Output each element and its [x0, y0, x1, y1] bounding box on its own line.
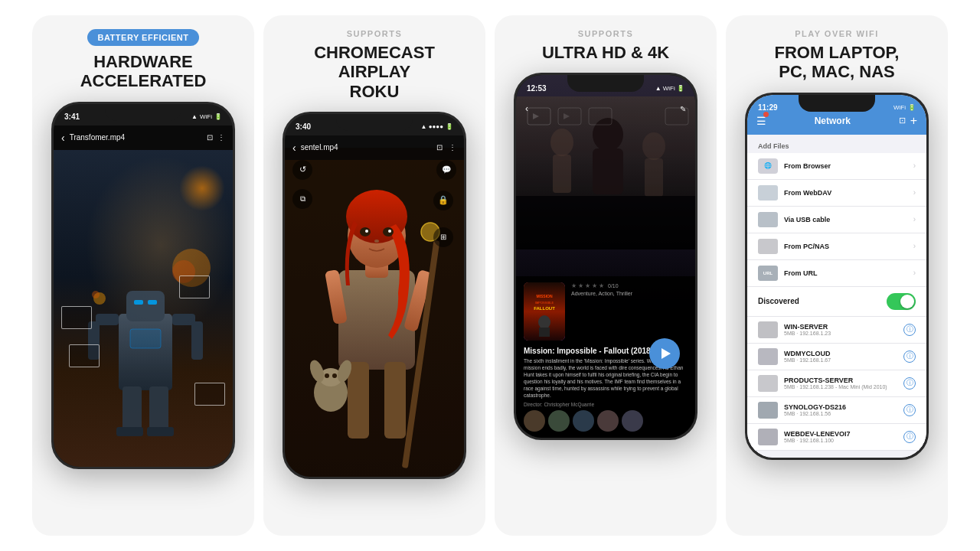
phone4-screen: 11:29 WiFi 🔋 ☰ Network ⊡ +	[747, 95, 926, 458]
movie-rating: ★ ★ ★ ★ ★ 0/10	[571, 282, 688, 289]
phone2-status-icons: ▲ ●●●● 🔋	[421, 123, 453, 130]
webdav-chevron: ›	[913, 188, 916, 197]
airplay-icon[interactable]: ⊡	[207, 133, 213, 142]
phone2-screen: 3:40 ▲ ●●●● 🔋 ‹ sentel.mp4 ⊡ ⋮ ↺	[285, 114, 464, 477]
airplay2-icon[interactable]: ⊡	[436, 143, 443, 152]
webdav-text: From WebDAV	[784, 189, 907, 197]
phone1-toolbar-icons: ⊡ ⋮	[207, 133, 225, 142]
webdev-info-btn[interactable]: ⓘ	[903, 431, 916, 443]
phone3-mockup: 12:53 ▲ WiFi 🔋 ‹ ✎	[514, 73, 697, 440]
svg-point-57	[538, 315, 550, 329]
svg-rect-31	[348, 362, 369, 439]
card1-title: HARDWAREACCELERATED	[80, 52, 207, 91]
phone3-screen: 12:53 ▲ WiFi 🔋 ‹ ✎	[516, 75, 695, 438]
more-icon[interactable]: ⋮	[217, 133, 225, 142]
movie-poster-row: MISSION IMPOSSIBLE FALLOUT ★	[524, 282, 688, 341]
card-network: PLAY OVER WIFI FROM LAPTOP, PC, MAC, NAS…	[726, 15, 948, 536]
movie-genre: Adventure, Action, Thriller	[571, 291, 688, 296]
wdmycloud-icon	[758, 348, 778, 365]
nas-chevron: ›	[913, 242, 916, 250]
synology-info-btn[interactable]: ⓘ	[903, 404, 916, 416]
svg-point-35	[325, 373, 329, 378]
synology-icon	[758, 402, 778, 419]
back2-icon[interactable]: ‹	[292, 142, 296, 154]
url-text: From URL	[784, 269, 907, 277]
server-webdev[interactable]: WEBDEV-LENEVOI7 5MB · 192.168.1.100 ⓘ	[747, 424, 926, 451]
phone3-status-icons: ▲ WiFi 🔋	[655, 85, 684, 92]
back3-icon[interactable]: ‹	[525, 103, 528, 114]
network-item-webdav[interactable]: From WebDAV ›	[747, 180, 926, 207]
lock-icon: 🔒	[438, 195, 449, 205]
phone1-toolbar: ‹ Transfomer.mp4 ⊡ ⋮	[54, 126, 233, 150]
uhd-toolbar: ‹ ✎	[516, 96, 695, 121]
svg-rect-52	[516, 196, 695, 249]
wdmycloud-info-btn[interactable]: ⓘ	[903, 350, 916, 363]
network-list: Add Files 🌐 From Browser › From WebDAV	[747, 135, 926, 458]
copy-icon: ⧉	[300, 194, 305, 204]
more2-icon[interactable]: ⋮	[449, 143, 456, 152]
phone1-notch	[105, 104, 181, 121]
browser-icon: 🌐	[758, 158, 778, 174]
undo-overlay[interactable]: ↺	[292, 160, 312, 180]
actor-row	[524, 410, 688, 432]
network-item-url[interactable]: URL From URL ›	[747, 260, 926, 287]
phone4-time: 11:29	[758, 103, 778, 112]
cards-container: BATTERY EFFICIENT HARDWAREACCELERATED	[17, 0, 963, 551]
pip-window-3[interactable]	[179, 276, 210, 298]
svg-point-24	[365, 230, 368, 233]
server-synology[interactable]: SYNOLOGY-DS216 5MB · 192.168.1.56 ⓘ	[747, 397, 926, 424]
crop-icon: ⊞	[440, 233, 446, 241]
phone1-screen: 3:41 ▲ WiFi 🔋 ‹ Transfomer.mp4 ⊡ ⋮	[54, 104, 233, 467]
network-item-nas[interactable]: From PC/NAS ›	[747, 233, 926, 260]
edit-icon[interactable]: ✎	[680, 105, 686, 113]
svg-rect-41	[593, 148, 623, 194]
server-wdmycloud[interactable]: WDMYCLOUD 5MB · 192.168.1.67 ⓘ	[747, 344, 926, 370]
copy-overlay[interactable]: ⧉	[292, 189, 312, 209]
svg-point-26	[374, 240, 379, 243]
win-info-btn[interactable]: ⓘ	[903, 324, 916, 336]
card4-supports: PLAY OVER WIFI	[775, 29, 900, 38]
toggle-knob	[900, 295, 914, 308]
card3-title: ULTRA HD & 4K	[542, 43, 669, 62]
win-server-info: WIN-SERVER 5MB · 192.168.1.23	[784, 323, 897, 336]
actor-3	[573, 410, 594, 432]
url-icon: URL	[758, 266, 778, 281]
synology-info: SYNOLOGY-DS216 5MB · 192.168.1.56	[784, 403, 897, 416]
pip-window-1[interactable]	[61, 306, 92, 329]
browser-text: From Browser	[784, 162, 907, 170]
products-info-btn[interactable]: ⓘ	[903, 377, 916, 390]
svg-point-23	[383, 227, 394, 236]
server-products[interactable]: PRODUCTS-SERVER 5MB · 192.168.1.238 - Ma…	[747, 370, 926, 397]
rating-value: 0/10	[608, 283, 619, 289]
server-win[interactable]: WIN-SERVER 5MB · 192.168.1.23 ⓘ	[747, 317, 926, 344]
svg-rect-45	[645, 158, 663, 197]
pip-window-2[interactable]	[69, 344, 100, 367]
svg-point-25	[388, 230, 391, 233]
crop-overlay[interactable]: ⊞	[433, 227, 453, 247]
lock-overlay[interactable]: 🔒	[433, 191, 453, 210]
battery-badge: BATTERY EFFICIENT	[87, 29, 200, 46]
browser-chevron: ›	[913, 161, 916, 170]
cast-icon[interactable]: ⊡	[899, 116, 906, 126]
svg-rect-58	[539, 328, 550, 337]
discovered-toggle[interactable]	[887, 293, 916, 310]
phone4-status-bar: 11:29 WiFi 🔋	[747, 95, 926, 116]
phone4-status-icons: WiFi 🔋	[893, 104, 916, 111]
svg-rect-43	[553, 155, 571, 193]
usb-chevron: ›	[913, 215, 916, 223]
svg-rect-32	[384, 362, 406, 439]
url-chevron: ›	[913, 269, 916, 277]
back-icon[interactable]: ‹	[61, 132, 65, 144]
phone4-mockup: 11:29 WiFi 🔋 ☰ Network ⊡ +	[745, 93, 929, 460]
card-uhd: SUPPORTS ULTRA HD & 4K	[495, 15, 717, 536]
svg-text:IMPOSSIBLE: IMPOSSIBLE	[535, 301, 554, 305]
pip-window-4[interactable]	[194, 383, 225, 406]
poster-svg: MISSION IMPOSSIBLE FALLOUT	[524, 282, 565, 341]
chat-overlay[interactable]: 💬	[436, 160, 456, 180]
pip-overlay	[54, 150, 233, 467]
network-item-browser[interactable]: 🌐 From Browser ›	[747, 153, 926, 180]
movie-meta: ★ ★ ★ ★ ★ 0/10 Adventure, Action, Thrill…	[571, 282, 688, 299]
network-item-usb[interactable]: Via USB cable ›	[747, 207, 926, 233]
actor-4	[597, 410, 619, 432]
svg-point-36	[332, 373, 337, 378]
